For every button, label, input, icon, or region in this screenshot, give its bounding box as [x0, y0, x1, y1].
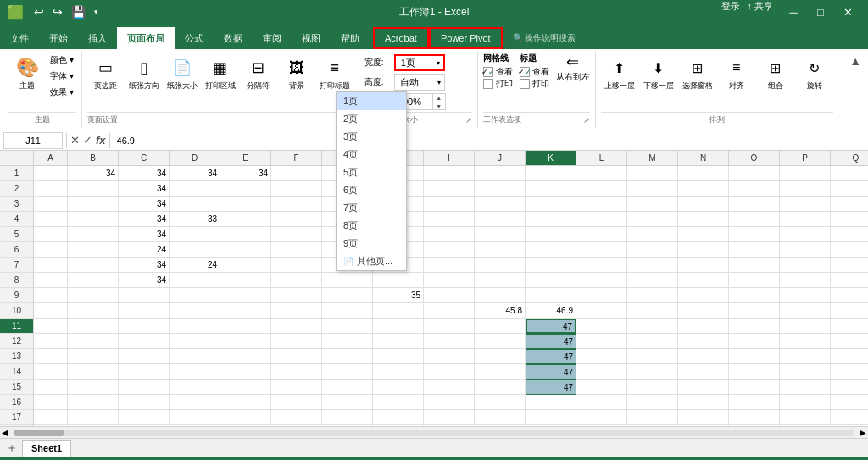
C16[interactable]: [119, 395, 170, 410]
F13[interactable]: [271, 349, 322, 364]
D5[interactable]: [170, 227, 220, 242]
B5[interactable]: [68, 227, 119, 242]
M11[interactable]: [627, 319, 678, 334]
K18[interactable]: [526, 425, 576, 426]
B16[interactable]: [68, 395, 119, 410]
L3[interactable]: [576, 197, 627, 212]
J14[interactable]: [475, 364, 526, 380]
selection-pane-btn[interactable]: ⊞ 选择窗格: [679, 53, 716, 92]
col-header-l[interactable]: L: [576, 151, 627, 165]
I16[interactable]: [424, 395, 475, 410]
B17[interactable]: [68, 410, 119, 425]
I14[interactable]: [424, 364, 475, 380]
P8[interactable]: [780, 273, 831, 288]
I8[interactable]: [424, 273, 475, 288]
I2[interactable]: [424, 181, 475, 197]
M7[interactable]: [627, 258, 678, 273]
col-header-b[interactable]: B: [68, 151, 119, 165]
dropdown-item-other[interactable]: 📄 其他页...: [337, 252, 406, 270]
M4[interactable]: [627, 212, 678, 227]
J9[interactable]: [475, 288, 526, 303]
J5[interactable]: [475, 227, 526, 242]
B9[interactable]: [68, 288, 119, 303]
D13[interactable]: [170, 349, 220, 364]
row-num-9[interactable]: 9: [0, 288, 33, 303]
gridlines-print-row[interactable]: 打印: [483, 78, 513, 90]
B12[interactable]: [68, 334, 119, 349]
M15[interactable]: [627, 380, 678, 395]
O11[interactable]: [729, 319, 780, 334]
Q1[interactable]: [831, 166, 868, 181]
P1[interactable]: [780, 166, 831, 181]
L7[interactable]: [576, 258, 627, 273]
A10[interactable]: [34, 303, 68, 319]
L8[interactable]: [576, 273, 627, 288]
I12[interactable]: [424, 334, 475, 349]
dropdown-item-4page[interactable]: 4页: [337, 146, 406, 163]
F7[interactable]: [271, 258, 322, 273]
B18[interactable]: [68, 425, 119, 426]
N8[interactable]: [678, 273, 729, 288]
E9[interactable]: [220, 288, 271, 303]
O10[interactable]: [729, 303, 780, 319]
name-box[interactable]: [3, 132, 63, 149]
background-btn[interactable]: 🖼 背景: [278, 53, 315, 92]
printtitles-btn[interactable]: ≡ 打印标题: [316, 53, 353, 92]
F18[interactable]: [271, 425, 322, 426]
G12[interactable]: [322, 334, 373, 349]
N15[interactable]: [678, 380, 729, 395]
P12[interactable]: [780, 334, 831, 349]
col-header-j[interactable]: J: [475, 151, 526, 165]
rtl-btn[interactable]: ⇐ 从右到左: [556, 53, 590, 83]
P9[interactable]: [780, 288, 831, 303]
O15[interactable]: [729, 380, 780, 395]
K8[interactable]: [526, 273, 576, 288]
J17[interactable]: [475, 410, 526, 425]
row-num-14[interactable]: 14: [0, 364, 33, 380]
tab-view[interactable]: 视图: [292, 27, 331, 49]
E4[interactable]: [220, 212, 271, 227]
O2[interactable]: [729, 181, 780, 197]
L15[interactable]: [576, 380, 627, 395]
tab-data[interactable]: 数据: [214, 27, 253, 49]
F9[interactable]: [271, 288, 322, 303]
E1[interactable]: 34: [220, 166, 271, 181]
headings-print-row[interactable]: 打印: [520, 78, 549, 90]
O4[interactable]: [729, 212, 780, 227]
O12[interactable]: [729, 334, 780, 349]
H10[interactable]: [373, 303, 424, 319]
K2[interactable]: [526, 181, 576, 197]
save-btn[interactable]: 💾: [68, 3, 89, 20]
M1[interactable]: [627, 166, 678, 181]
row-num-1[interactable]: 1: [0, 166, 33, 181]
H18[interactable]: [373, 425, 424, 426]
K13[interactable]: 47: [526, 349, 576, 364]
M2[interactable]: [627, 181, 678, 197]
dropdown-item-5page[interactable]: 5页: [337, 163, 406, 181]
E11[interactable]: [220, 319, 271, 334]
tab-powerpivot[interactable]: Power Pivot: [429, 27, 503, 49]
I7[interactable]: [424, 258, 475, 273]
Q13[interactable]: [831, 349, 868, 364]
L11[interactable]: [576, 319, 627, 334]
share-btn[interactable]: ↑ 共享: [747, 0, 773, 24]
col-header-n[interactable]: N: [678, 151, 729, 165]
D14[interactable]: [170, 364, 220, 380]
F5[interactable]: [271, 227, 322, 242]
printarea-btn[interactable]: ▦ 打印区域: [202, 53, 239, 92]
B2[interactable]: [68, 181, 119, 197]
C2[interactable]: 34: [119, 181, 170, 197]
C7[interactable]: 34: [119, 258, 170, 273]
row-num-8[interactable]: 8: [0, 273, 33, 288]
Q4[interactable]: [831, 212, 868, 227]
margins-btn[interactable]: ▭ 页边距: [87, 53, 125, 92]
E10[interactable]: [220, 303, 271, 319]
G17[interactable]: [322, 410, 373, 425]
L12[interactable]: [576, 334, 627, 349]
L18[interactable]: [576, 425, 627, 426]
col-header-o[interactable]: O: [729, 151, 780, 165]
A13[interactable]: [34, 349, 68, 364]
row-num-4[interactable]: 4: [0, 212, 33, 227]
scale-up-btn[interactable]: ▲: [433, 93, 445, 102]
horizontal-scrollbar[interactable]: ◀ ▶: [0, 426, 868, 438]
